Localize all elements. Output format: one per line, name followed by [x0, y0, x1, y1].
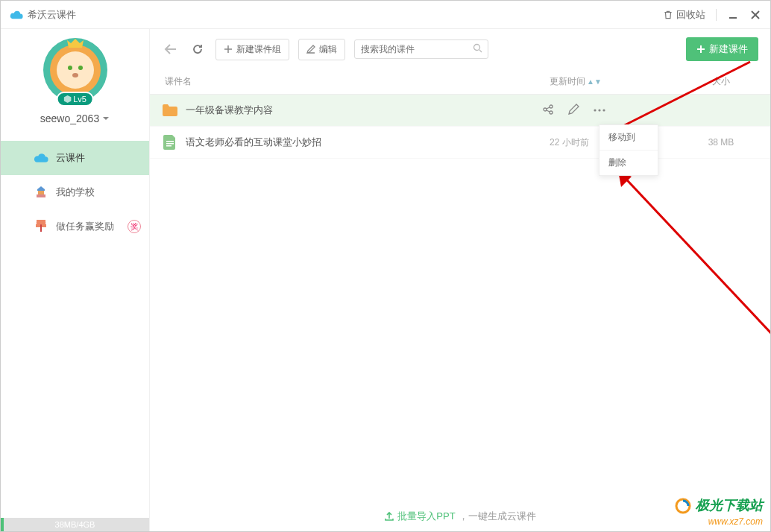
back-button[interactable] [162, 40, 180, 58]
nav-label: 我的学校 [56, 186, 95, 199]
svg-point-17 [550, 105, 553, 108]
svg-point-5 [72, 73, 78, 77]
edit-button[interactable]: 编辑 [298, 39, 345, 60]
new-group-label: 新建课件组 [236, 43, 281, 56]
row-size: 38 MB [684, 137, 758, 148]
cloud-icon [10, 10, 23, 20]
col-size[interactable]: 大小 [684, 75, 758, 88]
context-menu: 移动到 删除 [599, 124, 658, 176]
share-button[interactable] [542, 104, 554, 118]
titlebar: 希沃云课件 回收站 [1, 1, 770, 29]
nav-label: 云课件 [56, 151, 85, 165]
nav-my-school[interactable]: 我的学校 [1, 175, 149, 209]
app-title: 希沃云课件 [28, 8, 76, 22]
trash-icon [663, 10, 673, 20]
crown-icon [67, 39, 84, 49]
nav-rewards[interactable]: 做任务赢奖励 奖 [1, 209, 149, 244]
create-courseware-button[interactable]: 新建课件 [686, 37, 758, 61]
import-label: 批量导入PPT [397, 510, 455, 523]
search-icon [473, 43, 482, 55]
minimize-button[interactable] [727, 9, 739, 21]
recycle-label: 回收站 [676, 8, 705, 22]
recycle-bin-button[interactable]: 回收站 [663, 8, 705, 22]
svg-point-14 [474, 45, 480, 51]
storage-bar: 38MB/4GB [1, 518, 149, 531]
lion-avatar-icon [50, 45, 101, 95]
row-name: 一年级备课教学内容 [186, 104, 550, 117]
svg-rect-8 [37, 194, 45, 197]
footer: 批量导入PPT ，一键生成云课件 [150, 501, 770, 531]
svg-point-4 [78, 66, 83, 70]
table-row[interactable]: 语文老师必看的互动课堂小妙招 22 小时前 38 MB [150, 127, 770, 159]
hex-icon [63, 95, 71, 103]
annotation-arrow-icon [605, 163, 771, 402]
col-name[interactable]: 课件名 [162, 75, 550, 88]
sort-icon: ▲▼ [587, 77, 602, 86]
svg-line-20 [547, 110, 550, 112]
menu-delete[interactable]: 删除 [600, 151, 658, 175]
menu-move-to[interactable]: 移动到 [600, 125, 658, 151]
level-badge: Lv5 [56, 92, 94, 107]
svg-rect-24 [166, 141, 174, 142]
reward-badge: 奖 [128, 220, 141, 233]
username-dropdown[interactable]: seewo_2063 [40, 113, 110, 124]
gift-icon [34, 219, 48, 234]
footer-tail: ，一键生成云课件 [459, 510, 536, 523]
rename-button[interactable] [567, 104, 579, 118]
import-ppt-button[interactable]: 批量导入PPT [384, 510, 455, 523]
svg-rect-11 [40, 224, 42, 232]
username-label: seewo_2063 [40, 113, 99, 124]
row-name: 语文老师必看的互动课堂小妙招 [186, 136, 550, 149]
toolbar: 新建课件组 编辑 新建课件 [150, 29, 770, 69]
svg-point-22 [598, 109, 600, 111]
avatar[interactable]: Lv5 [43, 38, 107, 102]
main-panel: 新建课件组 编辑 新建课件 课件名 更新时间▲▼ 大小 [150, 29, 770, 531]
cloud-icon [34, 151, 48, 165]
create-label: 新建课件 [709, 42, 748, 56]
nav-cloud-courseware[interactable]: 云课件 [1, 141, 149, 175]
svg-marker-6 [63, 95, 71, 103]
storage-text: 38MB/4GB [1, 520, 149, 529]
chevron-down-icon [102, 115, 110, 121]
close-button[interactable] [749, 9, 761, 21]
plus-icon [224, 45, 233, 54]
new-group-button[interactable]: 新建课件组 [215, 39, 289, 60]
search-input[interactable] [361, 44, 473, 54]
search-box[interactable] [354, 39, 488, 59]
svg-rect-25 [166, 143, 174, 145]
svg-line-29 [618, 171, 771, 394]
edit-label: 编辑 [319, 43, 337, 56]
plus-icon [696, 45, 705, 54]
svg-point-18 [550, 111, 553, 114]
svg-point-21 [594, 109, 596, 111]
table-row[interactable]: 一年级备课教学内容 移动到 删除 [150, 95, 770, 127]
svg-point-16 [544, 108, 547, 111]
svg-rect-26 [166, 145, 171, 147]
nav: 云课件 我的学校 做任务赢奖励 奖 [1, 141, 149, 244]
pencil-icon [306, 45, 315, 54]
nav-label: 做任务赢奖励 [56, 220, 114, 233]
col-time[interactable]: 更新时间▲▼ [550, 75, 684, 88]
divider [716, 9, 717, 21]
refresh-button[interactable] [189, 40, 207, 58]
folder-icon [162, 102, 178, 118]
svg-line-19 [547, 107, 550, 109]
school-icon [34, 185, 48, 200]
table-header: 课件名 更新时间▲▼ 大小 [150, 69, 770, 95]
svg-point-3 [68, 66, 72, 70]
document-icon [162, 134, 178, 151]
more-button[interactable] [593, 104, 606, 118]
sidebar: Lv5 seewo_2063 云课件 我的学校 做任务赢奖励 [1, 29, 150, 531]
svg-point-23 [602, 109, 605, 111]
svg-line-15 [479, 50, 482, 52]
upload-icon [384, 511, 394, 522]
